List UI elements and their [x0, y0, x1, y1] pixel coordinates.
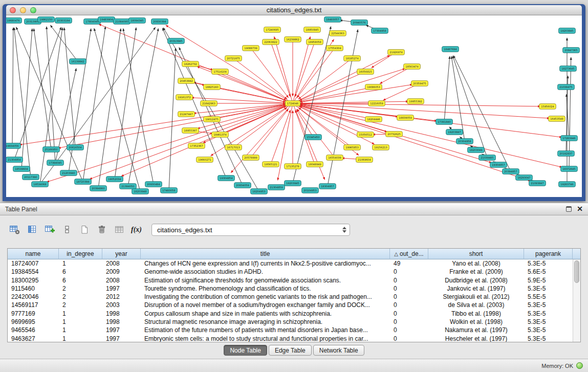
graph-node[interactable]: 17304958	[372, 28, 388, 34]
graph-node[interactable]: 18204953	[251, 189, 268, 194]
tab-node-table[interactable]: Node Table	[224, 345, 267, 356]
table-row[interactable]: 946554611997Estimation of the future num…	[8, 326, 580, 334]
graph-node[interactable]: 16554039	[326, 155, 343, 161]
graph-edge[interactable]	[198, 103, 293, 128]
graph-node[interactable]: 21642963	[201, 101, 217, 106]
graph-node[interactable]: 18680476	[6, 18, 21, 24]
graph-node[interactable]: 17493058	[161, 188, 178, 193]
graph-edge[interactable]	[19, 103, 293, 145]
graph-node[interactable]: 18372645	[561, 166, 578, 172]
graph-node[interactable]: 18204446	[365, 117, 382, 122]
graph-edge[interactable]	[444, 56, 450, 122]
window-titlebar[interactable]: citations_edges.txt	[6, 5, 582, 15]
graph-node[interactable]: 19304857	[490, 162, 507, 168]
graph-node[interactable]: 20940576	[351, 20, 368, 26]
graph-node[interactable]: 15345450	[305, 135, 322, 140]
graph-edge[interactable]	[251, 109, 288, 158]
graph-node[interactable]: 19862150	[38, 17, 55, 23]
graph-node[interactable]: 16239862	[285, 37, 301, 42]
column-header-title[interactable]: title	[141, 249, 390, 259]
graph-node[interactable]: 20830394	[151, 19, 168, 25]
scrollbar-thumb[interactable]	[574, 260, 579, 283]
graph-node[interactable]: 19534068	[32, 182, 49, 187]
graph-edge[interactable]	[21, 29, 32, 169]
graph-edge[interactable]	[83, 27, 105, 182]
row-selection-icon[interactable]	[59, 223, 74, 237]
graph-node[interactable]: 20847365	[563, 48, 580, 53]
graph-node[interactable]: 21084095	[114, 19, 130, 25]
table-select-dropdown[interactable]: citations_edges.txt	[151, 224, 350, 236]
network-canvas-area[interactable]: 1724046162398621895805817554304181852741…	[6, 15, 582, 197]
vertical-scrollbar[interactable]	[573, 259, 580, 342]
graph-node[interactable]: 19088739	[243, 46, 259, 51]
graph-node[interactable]: 21069604	[356, 157, 373, 163]
graph-edge[interactable]	[293, 37, 310, 103]
graph-node[interactable]: 17514104	[212, 69, 229, 75]
graph-node[interactable]: 1724046	[285, 101, 300, 106]
graph-node[interactable]: 17283946	[561, 136, 578, 141]
graph-node[interactable]: 20359475	[411, 81, 428, 86]
graph-node[interactable]: 20930484	[145, 182, 162, 187]
graph-node[interactable]: 18304957	[319, 184, 336, 189]
graph-node[interactable]: 17554304	[326, 46, 343, 51]
tab-edge-table[interactable]: Edge Table	[269, 345, 312, 356]
graph-node[interactable]: 18048949	[307, 162, 323, 167]
graph-node[interactable]: 19965853	[344, 145, 361, 150]
graph-node[interactable]: 19834056	[6, 143, 20, 149]
graph-node[interactable]: 21394050	[120, 184, 137, 189]
graph-node[interactable]: 17240695	[264, 27, 281, 33]
tab-network-table[interactable]: Network Table	[313, 345, 364, 356]
graph-node[interactable]: 17394045	[47, 160, 64, 166]
graph-node[interactable]: 19304854	[218, 176, 235, 181]
graph-edge[interactable]	[297, 109, 335, 158]
table-row[interactable]: 946362711997Embryonic stem cells: a mode…	[8, 335, 580, 342]
graph-node[interactable]: 20834059	[234, 183, 251, 188]
graph-edge[interactable]	[163, 28, 259, 191]
graph-node[interactable]: 25166950	[43, 147, 60, 152]
graph-edge[interactable]	[299, 72, 365, 100]
graph-node[interactable]: 19203845	[559, 28, 576, 34]
graph-edge[interactable]	[271, 110, 290, 164]
graph-node[interactable]: 15056512	[357, 132, 374, 138]
graph-node[interactable]: 16056815	[357, 69, 374, 75]
graph-node[interactable]: 19483904	[98, 17, 115, 23]
graph-node[interactable]: 15956024	[539, 104, 556, 110]
table-row[interactable]: 911546021997Tourette syndrome. Phenomeno…	[8, 285, 580, 293]
graph-edge[interactable]	[16, 27, 83, 182]
graph-edge[interactable]	[271, 42, 290, 97]
column-header-pagerank[interactable]: pagerank	[524, 249, 573, 259]
graph-node[interactable]: 21926974	[388, 50, 405, 55]
graph-node[interactable]: 16139842	[70, 59, 86, 64]
graph-node[interactable]: 21093847	[529, 181, 546, 186]
graph-node[interactable]: 19203847	[446, 129, 463, 135]
graph-node[interactable]: 17391840	[436, 119, 453, 125]
graph-node[interactable]: 21304954	[6, 157, 23, 163]
new-table-icon[interactable]	[77, 223, 92, 237]
import-table-icon[interactable]	[112, 223, 126, 237]
graph-node[interactable]: 19052034	[106, 177, 123, 182]
table-row[interactable]: 2242004622012Investigating the contribut…	[8, 293, 580, 301]
graph-node[interactable]: 20732625	[386, 132, 403, 137]
graph-node[interactable]: 20192837	[558, 151, 575, 157]
graph-node[interactable]: 20117390	[23, 174, 39, 180]
graph-edge[interactable]	[69, 29, 91, 173]
graph-node[interactable]: 22063822	[263, 39, 279, 45]
show-columns-icon[interactable]	[25, 223, 39, 237]
graph-edge[interactable]	[274, 36, 293, 103]
graph-node[interactable]: 18262732	[182, 61, 199, 67]
graph-node[interactable]: 19283746	[559, 182, 576, 187]
graph-node[interactable]: 20303194	[55, 18, 72, 24]
graph-node[interactable]: 21247447	[178, 112, 195, 117]
graph-node[interactable]: 21203940	[60, 170, 77, 176]
graph-node[interactable]: 20721975	[225, 56, 242, 61]
graph-node[interactable]: 21304859	[268, 185, 285, 190]
table-row[interactable]: 1872400712008Changes of HCN gene express…	[8, 259, 580, 268]
graph-node[interactable]: 19156213	[373, 145, 389, 150]
graph-node[interactable]: 19012475	[204, 117, 221, 122]
graph-edge[interactable]	[251, 48, 289, 98]
table-row[interactable]: 1938455462009Genome-wide association stu…	[8, 268, 580, 276]
table-row[interactable]: 1456911722003Disruption of a novel membe…	[8, 301, 580, 309]
graph-node[interactable]: 18094345	[129, 18, 146, 24]
graph-edge[interactable]	[34, 29, 51, 149]
graph-node[interactable]: 18203948	[132, 189, 149, 194]
